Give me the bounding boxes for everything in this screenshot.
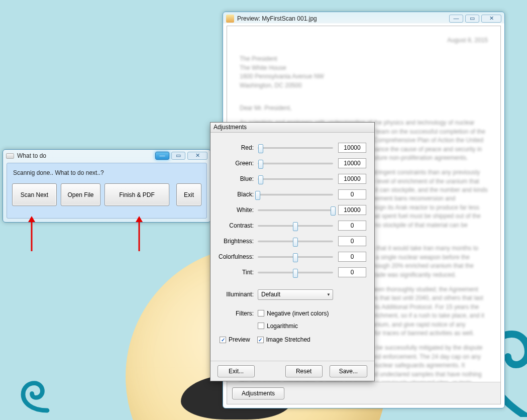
slider-row: Blue:10000 <box>210 171 366 186</box>
slider-row: Brightness:0 <box>210 233 366 249</box>
slider-track[interactable] <box>258 205 333 215</box>
slider-track[interactable] <box>258 159 333 168</box>
slider-row: Tint:0 <box>210 264 366 280</box>
stretched-chk-label: Image Stretched <box>266 336 310 343</box>
scan-next-button[interactable]: Scan Next <box>12 183 57 206</box>
slider-track[interactable] <box>258 221 333 230</box>
slider-thumb[interactable] <box>331 206 336 216</box>
maximize-button[interactable]: ▭ <box>171 152 185 160</box>
preview-bottom-toolbar: Adjustments <box>227 382 500 404</box>
slider-label: Brightness: <box>210 238 258 245</box>
app-icon <box>226 15 234 23</box>
minimize-button[interactable]: — <box>155 152 169 160</box>
maximize-button[interactable]: ▭ <box>465 15 479 23</box>
slider-thumb[interactable] <box>258 160 263 169</box>
slider-track[interactable] <box>258 143 333 152</box>
slider-row: Black:0 <box>210 186 366 202</box>
what-to-do-window: What to do — ▭ ✕ Scannig done.. What to … <box>3 149 211 223</box>
logarithmic-checkbox[interactable] <box>258 323 264 329</box>
slider-label: Tint: <box>210 269 258 276</box>
slider-thumb[interactable] <box>258 144 263 153</box>
slider-thumb[interactable] <box>293 238 298 247</box>
slider-row: Red:10000 <box>210 140 366 155</box>
slider-area: Red:10000Green:10000Blue:10000Black:0Whi… <box>210 133 374 283</box>
slider-value[interactable]: 0 <box>338 189 366 199</box>
slider-label: Blue: <box>210 175 258 182</box>
negative-label: Negative (invert colors) <box>267 310 329 317</box>
slider-label: White: <box>210 206 258 214</box>
slider-track[interactable] <box>258 190 333 199</box>
minimize-button[interactable]: — <box>449 15 463 23</box>
slider-row: Contrast:0 <box>210 218 366 233</box>
adj-reset-button[interactable]: Reset <box>285 365 323 377</box>
svg-marker-3 <box>136 216 143 222</box>
svg-marker-1 <box>28 216 35 222</box>
slider-track[interactable] <box>258 174 333 183</box>
preview-checkbox[interactable] <box>220 337 226 343</box>
preview-chk-label: Preview <box>229 336 250 343</box>
slider-label: Colorfulness: <box>210 253 258 260</box>
adjustments-title[interactable]: Adjustments <box>210 123 374 133</box>
adj-exit-button[interactable]: Exit... <box>218 365 255 377</box>
slider-track[interactable] <box>258 268 333 277</box>
slider-value[interactable]: 0 <box>338 252 366 262</box>
adj-save-button[interactable]: Save... <box>330 365 367 377</box>
slider-row: White:10000 <box>210 202 366 218</box>
illuminant-select[interactable]: Default ▼ <box>258 289 333 300</box>
chevron-down-icon: ▼ <box>327 292 331 297</box>
close-button[interactable]: ✕ <box>187 152 207 160</box>
slider-value[interactable]: 0 <box>338 236 366 246</box>
slider-label: Contrast: <box>210 222 258 229</box>
adjustments-button[interactable]: Adjustments <box>232 387 284 399</box>
slider-value[interactable]: 10000 <box>338 205 366 215</box>
slider-row: Green:10000 <box>210 155 366 171</box>
image-stretched-checkbox[interactable] <box>257 337 264 343</box>
slider-label: Green: <box>210 160 258 167</box>
slider-track[interactable] <box>258 237 333 246</box>
illuminant-label: Illuminant: <box>210 291 258 298</box>
slider-thumb[interactable] <box>293 269 298 278</box>
wtd-titlebar[interactable]: What to do — ▭ ✕ <box>3 150 210 162</box>
preview-title: Preview: MyFirstScan 001.jpg <box>237 15 449 22</box>
slider-thumb[interactable] <box>293 253 298 262</box>
slider-value[interactable]: 0 <box>338 221 366 231</box>
wtd-message: Scannig done.. What to do next..? <box>13 169 200 176</box>
logarithmic-label: Logarithmic <box>267 323 298 330</box>
red-arrow-annotation <box>28 216 35 251</box>
red-arrow-annotation <box>136 216 143 251</box>
close-button[interactable]: ✕ <box>481 15 501 23</box>
slider-value[interactable]: 10000 <box>338 143 366 153</box>
open-file-button[interactable]: Open File <box>61 183 100 206</box>
slider-label: Red: <box>210 144 258 151</box>
slider-thumb[interactable] <box>293 222 298 231</box>
slider-value[interactable]: 10000 <box>338 158 366 168</box>
wtd-title: What to do <box>17 152 155 159</box>
preview-titlebar[interactable]: Preview: MyFirstScan 001.jpg — ▭ ✕ <box>223 12 504 25</box>
slider-value[interactable]: 0 <box>338 267 366 277</box>
scanner-icon <box>6 153 14 159</box>
finish-pdf-button[interactable]: Finish & PDF <box>104 183 169 206</box>
slider-track[interactable] <box>258 252 333 261</box>
slider-thumb[interactable] <box>255 191 260 200</box>
exit-button[interactable]: Exit <box>176 183 201 206</box>
wallpaper-swirl-left <box>15 374 55 414</box>
slider-thumb[interactable] <box>258 175 263 184</box>
adjustments-dialog: Adjustments Red:10000Green:10000Blue:100… <box>210 122 375 381</box>
negative-checkbox[interactable] <box>258 310 264 317</box>
filters-label: Filters: <box>210 310 258 317</box>
slider-value[interactable]: 10000 <box>338 174 366 184</box>
slider-row: Colorfulness:0 <box>210 249 366 264</box>
wtd-client: Scannig done.. What to do next..? Scan N… <box>7 163 207 219</box>
slider-label: Black: <box>210 191 258 198</box>
